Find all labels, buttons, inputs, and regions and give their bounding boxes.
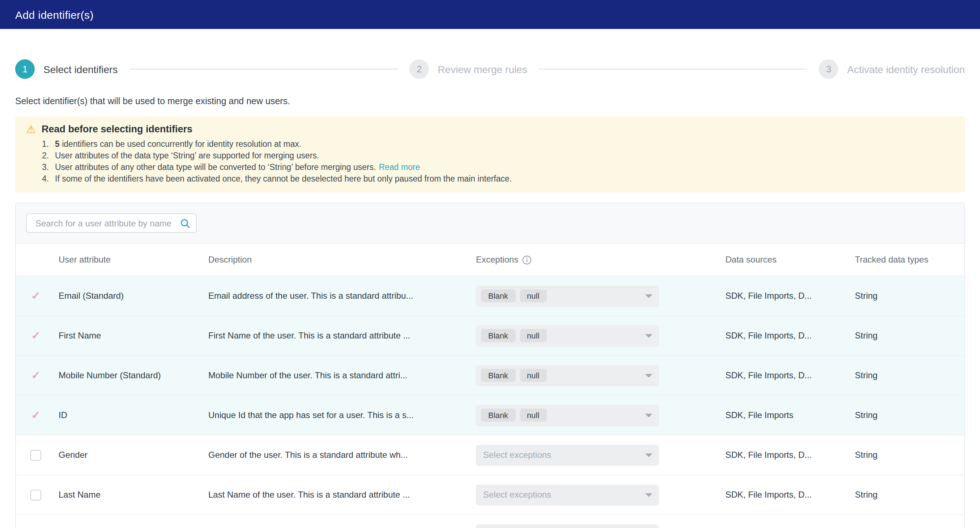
chevron-down-icon xyxy=(645,334,652,338)
user-attribute-name: ID xyxy=(50,410,208,420)
warning-item: User attributes of the data type ‘String… xyxy=(42,150,954,161)
search-box[interactable] xyxy=(26,213,197,233)
user-attribute-name: Mobile Number (Standard) xyxy=(50,371,208,380)
exceptions-select[interactable]: Blanknull xyxy=(476,365,659,386)
step-3-number: 3 xyxy=(819,59,838,79)
data-sources: SDK, File Imports, D... xyxy=(725,371,855,380)
row-checkbox[interactable]: ✓ xyxy=(30,410,41,421)
exceptions-placeholder: Select exceptions xyxy=(481,450,551,460)
attribute-description: Unique Id that the app has set for a use… xyxy=(208,410,476,420)
row-checkbox[interactable]: ✓ xyxy=(30,290,41,301)
table-row: Gender Gender of the user. This is a sta… xyxy=(16,435,964,474)
tracked-data-type: String xyxy=(855,450,964,460)
row-checkbox[interactable] xyxy=(30,489,41,500)
exceptions-select[interactable]: Select exceptions xyxy=(476,484,659,505)
user-attribute-name: First Name xyxy=(50,331,208,341)
step-2-label: Review merge rules xyxy=(438,63,527,75)
table-row: ✓ Email (Standard) Email address of the … xyxy=(16,275,964,315)
user-attribute-name: Gender xyxy=(50,450,208,460)
step-3-label: Activate identity resolution xyxy=(847,63,965,75)
table-row: Name Full Name of the user. This is a st… xyxy=(16,514,964,528)
exception-tag: Blank xyxy=(481,289,515,302)
exceptions-select[interactable]: Blanknull xyxy=(476,405,659,426)
tracked-data-type: String xyxy=(855,410,964,420)
search-strip xyxy=(16,203,964,244)
warning-item: If some of the identifiers have been act… xyxy=(42,173,954,184)
exception-tag: null xyxy=(520,409,546,421)
col-data-sources: Data sources xyxy=(725,254,855,265)
intro-text: Select identifier(s) that will be used t… xyxy=(15,96,965,107)
exceptions-select[interactable]: Blanknull xyxy=(476,325,659,346)
chevron-down-icon xyxy=(645,374,652,378)
attributes-table-card: User attribute Description Exceptions Da… xyxy=(15,202,965,528)
chevron-down-icon xyxy=(645,453,652,457)
data-sources: SDK, File Imports, D... xyxy=(725,490,855,500)
exception-tag: null xyxy=(520,329,546,342)
table-row: ✓ First Name First Name of the user. Thi… xyxy=(16,315,964,355)
step-1-number: 1 xyxy=(15,59,35,79)
add-identifiers-page: Add identifier(s) 1 Select identifiers 2… xyxy=(0,0,980,528)
step-2-number: 2 xyxy=(409,59,429,79)
data-sources: SDK, File Imports, D... xyxy=(725,331,855,341)
tracked-data-type: String xyxy=(855,371,964,380)
attribute-description: Last Name of the user. This is a standar… xyxy=(208,490,476,500)
exceptions-select[interactable]: Blanknull xyxy=(476,285,659,306)
col-description: Description xyxy=(208,254,476,265)
chevron-down-icon xyxy=(645,294,652,298)
exception-tag: Blank xyxy=(481,329,515,342)
step-select-identifiers[interactable]: 1 Select identifiers xyxy=(15,59,118,79)
exceptions-placeholder: Select exceptions xyxy=(481,490,551,500)
attribute-description: First Name of the user. This is a standa… xyxy=(208,331,476,341)
app-header: Add identifier(s) xyxy=(0,0,980,29)
data-sources: SDK, File Imports xyxy=(725,410,855,420)
stepper-connector xyxy=(129,69,398,70)
warning-icon: ⚠ xyxy=(26,124,36,135)
attribute-description: Mobile Number of the user. This is a sta… xyxy=(208,371,476,380)
row-checkbox[interactable] xyxy=(30,450,41,460)
stepper: 1 Select identifiers 2 Review merge rule… xyxy=(15,59,965,79)
col-tracked-data-types: Tracked data types xyxy=(855,254,964,265)
warning-item: User attributes of any other data type w… xyxy=(42,161,954,173)
warning-box: ⚠ Read before selecting identifiers 5 id… xyxy=(15,116,965,192)
table-row: Last Name Last Name of the user. This is… xyxy=(16,474,964,514)
attribute-description: Email address of the user. This is a sta… xyxy=(208,291,476,301)
chevron-down-icon xyxy=(645,493,652,497)
chevron-down-icon xyxy=(645,414,652,417)
search-input[interactable] xyxy=(34,217,176,229)
info-icon[interactable] xyxy=(522,255,531,264)
tracked-data-type: String xyxy=(855,291,964,301)
tracked-data-type: String xyxy=(855,490,964,500)
warning-item: 5 identifiers can be used concurrently f… xyxy=(42,138,954,150)
exception-tag: Blank xyxy=(481,369,515,382)
exception-tag: null xyxy=(520,369,546,382)
stepper-connector xyxy=(539,69,808,70)
exceptions-select[interactable]: Select exceptions xyxy=(476,524,659,528)
warning-title: Read before selecting identifiers xyxy=(41,124,192,135)
exceptions-select[interactable]: Select exceptions xyxy=(476,444,659,466)
data-sources: SDK, File Imports, D... xyxy=(725,450,855,460)
table-row: ✓ ID Unique Id that the app has set for … xyxy=(16,395,964,435)
step-activate-identity-resolution[interactable]: 3 Activate identity resolution xyxy=(819,59,965,79)
user-attribute-name: Email (Standard) xyxy=(50,291,208,301)
page-title: Add identifier(s) xyxy=(15,8,94,21)
data-sources: SDK, File Imports, D... xyxy=(725,291,855,301)
row-checkbox[interactable]: ✓ xyxy=(30,370,41,381)
table-row: ✓ Mobile Number (Standard) Mobile Number… xyxy=(16,355,964,395)
warning-list: 5 identifiers can be used concurrently f… xyxy=(26,138,954,184)
exception-tag: null xyxy=(520,289,546,302)
table-header-row: User attribute Description Exceptions Da… xyxy=(16,244,964,275)
exception-tag: Blank xyxy=(481,409,515,421)
tracked-data-type: String xyxy=(855,331,964,341)
row-checkbox[interactable]: ✓ xyxy=(30,330,41,341)
read-more-link[interactable]: Read more xyxy=(379,163,420,172)
col-exceptions: Exceptions xyxy=(476,254,725,265)
col-user-attribute: User attribute xyxy=(50,254,208,265)
step-1-label: Select identifiers xyxy=(43,63,118,75)
search-icon xyxy=(180,218,190,228)
table-body: ✓ Email (Standard) Email address of the … xyxy=(16,275,964,528)
step-review-merge-rules[interactable]: 2 Review merge rules xyxy=(409,59,527,79)
attribute-description: Gender of the user. This is a standard a… xyxy=(208,450,476,460)
user-attribute-name: Last Name xyxy=(50,490,208,500)
